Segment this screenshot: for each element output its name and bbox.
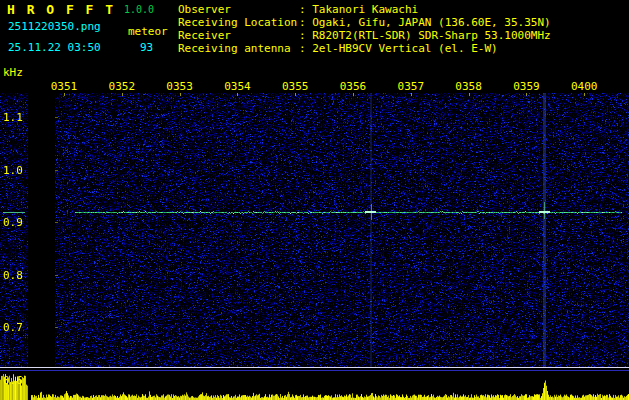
y-tick-label: 0.8 [3,269,23,282]
separator-line-blue [0,370,629,371]
output-filename: 2511220350.png [8,20,101,33]
info-colon: : [299,16,312,29]
spectrogram-canvas [55,93,629,367]
info-colon: : [299,42,312,55]
y-tick-label: 0.6 [3,374,23,387]
app-version: 1.0.0 [124,4,154,15]
header-info-row: Receiver: R820T2(RTL-SDR) SDR-Sharp 53.1… [178,29,551,42]
header-info: Observer: Takanori KawachiReceiving Loca… [178,3,551,55]
datetime-label: 25.11.22 03:50 [8,41,101,54]
x-tick-label: 0400 [571,80,598,93]
info-value: Ogaki, Gifu, JAPAN (136.60E, 35.35N) [312,16,550,29]
level-graph-canvas [0,372,629,400]
app-title: H R O F F T [7,2,115,17]
echo-count: 93 [140,41,153,54]
header-info-row: Receiving antenna: 2el-HB9CV Vertical (e… [178,42,551,55]
x-tick-label: 0356 [340,80,367,93]
x-tick-label: 0353 [166,80,193,93]
y-tick-label: 0.7 [3,321,23,334]
x-tick-label: 0352 [109,80,136,93]
hrofft-screenshot: H R O F F T 1.0.0 2511220350.png meteor … [0,0,629,400]
info-value: R820T2(RTL-SDR) SDR-Sharp 53.1000MHz [312,29,550,42]
x-tick-label: 0351 [51,80,78,93]
y-axis-unit: kHz [3,66,23,79]
info-value: 2el-HB9CV Vertical (el. E-W) [312,42,497,55]
info-label: Receiver [178,29,299,42]
header-info-row: Receiving Location: Ogaki, Gifu, JAPAN (… [178,16,551,29]
info-value: Takanori Kawachi [312,3,418,16]
info-label: Observer [178,3,299,16]
x-tick-label: 0358 [455,80,482,93]
info-label: Receiving antenna [178,42,299,55]
y-tick-label: 0.9 [3,216,23,229]
info-label: Receiving Location [178,16,299,29]
x-tick-label: 0354 [224,80,251,93]
y-tick-label: 1.0 [3,164,23,177]
info-colon: : [299,29,312,42]
x-tick-label: 0355 [282,80,309,93]
y-tick-label: 1.1 [3,111,23,124]
x-tick-label: 0357 [398,80,425,93]
header-info-row: Observer: Takanori Kawachi [178,3,551,16]
x-tick-label: 0359 [513,80,540,93]
mode-label: meteor [128,25,168,38]
separator-line-white [0,367,629,368]
info-colon: : [299,3,312,16]
